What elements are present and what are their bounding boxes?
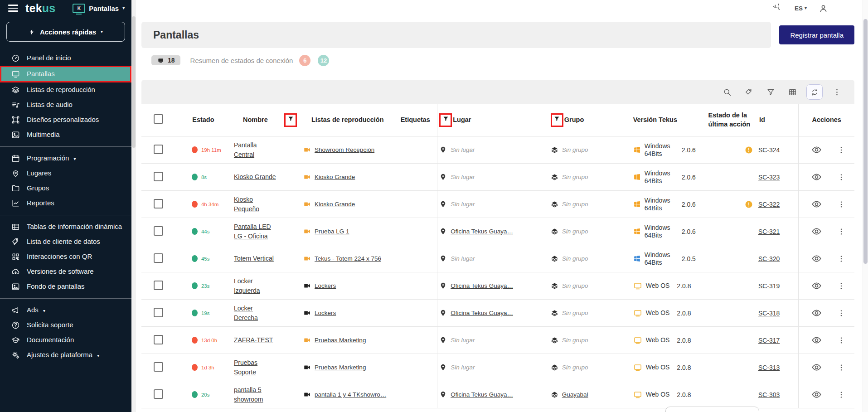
row-menu-button[interactable] <box>837 391 845 399</box>
screen-id-link[interactable]: SC-318 <box>758 310 780 317</box>
row-checkbox[interactable] <box>154 199 163 208</box>
screen-id-link[interactable]: SC-320 <box>758 255 780 262</box>
row-menu-button[interactable] <box>837 282 845 290</box>
table-icon[interactable] <box>785 85 800 99</box>
row-checkbox[interactable] <box>154 308 163 317</box>
row-checkbox[interactable] <box>154 335 163 344</box>
row-menu-button[interactable] <box>837 173 845 181</box>
row-menu-button[interactable] <box>837 255 845 263</box>
place-link[interactable]: Oficina Tekus Guaya… <box>451 282 513 289</box>
screen-name-link[interactable]: Kiosko Grande <box>234 172 276 181</box>
row-menu-button[interactable] <box>837 309 845 317</box>
row-checkbox[interactable] <box>154 172 163 181</box>
sidebar-item-solicita-soporte[interactable]: Solicita soporte <box>0 318 131 333</box>
playlist-link[interactable]: Kiosko Grande <box>315 174 355 180</box>
view-screen-button[interactable] <box>811 335 822 345</box>
sidebar-item-lista-de-cliente-de-datos[interactable]: Lista de cliente de datos <box>0 234 131 249</box>
sidebar-item-listas-de-reproduccion[interactable]: Listas de reproducción <box>0 82 131 97</box>
screen-id-link[interactable]: SC-313 <box>758 364 780 371</box>
view-screen-button[interactable] <box>811 362 822 373</box>
screen-name-link[interactable]: Totem Vertical <box>234 254 274 263</box>
sidebar-scrollbar-thumb[interactable] <box>132 16 136 148</box>
lugar-filter-annotation[interactable] <box>439 113 452 127</box>
place-link[interactable]: Oficina Tekus Guaya… <box>451 391 513 398</box>
row-checkbox[interactable] <box>154 362 163 372</box>
view-screen-button[interactable] <box>811 253 822 264</box>
playlist-link[interactable]: pantalla 1 y 4 TKshowro… <box>315 391 386 398</box>
row-checkbox[interactable] <box>154 281 163 290</box>
header-lugar[interactable]: Lugar <box>453 116 471 125</box>
row-checkbox[interactable] <box>154 226 163 236</box>
page-scrollbar[interactable] <box>863 0 868 412</box>
screen-name-link[interactable]: Locker Izquierda <box>234 276 277 295</box>
screen-id-link[interactable]: SC-303 <box>758 391 780 398</box>
workspace-selector[interactable]: K Pantallas ▾ <box>73 4 125 13</box>
sidebar-item-panel-de-inicio[interactable]: Panel de inicio <box>0 51 131 66</box>
header-ultima-accion[interactable]: Estado de la última acción <box>707 104 757 136</box>
history-icon[interactable] <box>773 4 783 13</box>
row-checkbox[interactable] <box>154 145 163 154</box>
row-checkbox[interactable] <box>154 253 163 263</box>
screen-id-link[interactable]: SC-324 <box>758 146 780 154</box>
header-grupo[interactable]: Grupo <box>564 116 584 125</box>
playlist-link[interactable]: Showroom Recepción <box>315 146 374 153</box>
user-icon[interactable] <box>819 4 828 13</box>
playlist-link[interactable]: Kiosko Grande <box>315 201 355 208</box>
view-screen-button[interactable] <box>811 281 822 291</box>
header-version[interactable]: Versión Tekus <box>631 104 707 136</box>
row-menu-button[interactable] <box>837 200 845 208</box>
pagination-control[interactable] <box>665 407 759 412</box>
row-menu-button[interactable] <box>837 228 845 236</box>
group-link[interactable]: Guayabal <box>562 391 588 398</box>
screen-name-link[interactable]: pantalla 5 showroom <box>234 385 277 404</box>
screen-name-link[interactable]: Locker Derecha <box>234 304 277 322</box>
screen-id-link[interactable]: SC-319 <box>758 282 780 290</box>
playlist-link[interactable]: Tekus - Totem 224 x 756 <box>315 255 381 262</box>
sidebar-item-lugares[interactable]: Lugares <box>0 166 131 181</box>
header-listas[interactable]: Listas de reproducción <box>301 104 393 136</box>
screen-name-link[interactable]: Pantalla LED LG - Oficina <box>234 222 277 241</box>
menu-toggle-icon[interactable] <box>8 5 18 12</box>
place-link[interactable]: Oficina Tekus Guaya… <box>451 228 513 235</box>
sidebar-item-listas-de-audio[interactable]: Listas de audio <box>0 97 131 112</box>
playlist-link[interactable]: Pruebas Marketing <box>315 364 366 371</box>
view-screen-button[interactable] <box>811 226 822 237</box>
select-all-checkbox[interactable] <box>154 114 163 124</box>
screen-id-link[interactable]: SC-323 <box>758 174 780 181</box>
screen-name-link[interactable]: Kiosko Pequeño <box>234 195 277 213</box>
screen-name-link[interactable]: Pruebas Soporte <box>234 358 277 377</box>
sidebar-item-documentacion[interactable]: Documentación <box>0 333 131 348</box>
page-scrollbar-thumb[interactable] <box>863 19 868 264</box>
nombre-filter-annotation[interactable] <box>284 113 297 127</box>
screen-name-link[interactable]: Pantalla Central <box>234 141 277 159</box>
sidebar-item-versiones-de-software[interactable]: Versiones de software <box>0 264 131 279</box>
view-screen-button[interactable] <box>811 172 822 182</box>
search-icon[interactable] <box>719 85 735 99</box>
screen-id-link[interactable]: SC-322 <box>758 201 780 208</box>
screen-id-link[interactable]: SC-317 <box>758 337 780 344</box>
filter-icon[interactable] <box>763 85 778 99</box>
language-selector[interactable]: ES ▾ <box>795 5 807 12</box>
header-nombre[interactable]: Nombre <box>231 104 280 136</box>
register-screen-button[interactable]: Registrar pantalla <box>779 25 854 44</box>
online-count-badge[interactable]: 12 <box>318 55 329 66</box>
header-estado[interactable]: Estado <box>175 104 231 136</box>
more-icon[interactable] <box>829 85 844 99</box>
sidebar-item-fondo-de-pantallas[interactable]: Fondo de pantallas <box>0 279 131 294</box>
row-checkbox[interactable] <box>154 389 163 399</box>
sidebar-item-disenos-personalizados[interactable]: Diseños personalizados <box>0 112 131 127</box>
header-id[interactable]: Id <box>757 104 799 136</box>
row-menu-button[interactable] <box>837 146 845 154</box>
refresh-icon[interactable] <box>806 84 823 100</box>
place-link[interactable]: Oficina Tekus Guaya… <box>451 310 513 316</box>
playlist-link[interactable]: Lockers <box>315 282 336 289</box>
sidebar-scrollbar[interactable] <box>131 0 136 412</box>
playlist-link[interactable]: Pruebas Marketing <box>315 337 366 344</box>
screen-name-link[interactable]: ZAFRA-TEST <box>234 335 273 344</box>
view-screen-button[interactable] <box>811 389 822 400</box>
row-menu-button[interactable] <box>837 364 845 372</box>
quick-actions-button[interactable]: Acciones rápidas ▾ <box>6 22 125 42</box>
row-menu-button[interactable] <box>837 336 845 344</box>
sidebar-item-programacion[interactable]: Programación ▾ <box>0 151 131 166</box>
tag-icon[interactable] <box>741 85 756 99</box>
